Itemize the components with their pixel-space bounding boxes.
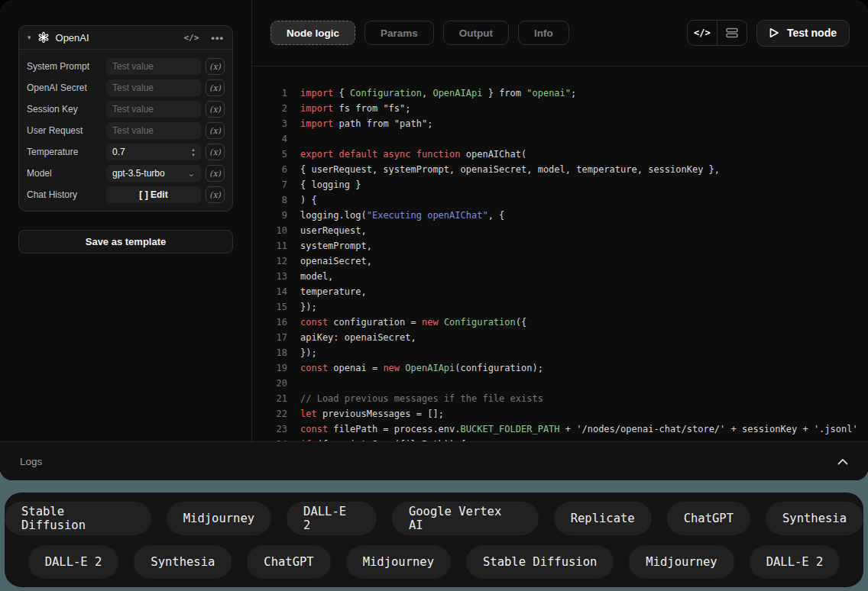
tag-pill-chatgpt[interactable]: ChatGPT [247, 545, 330, 579]
field-label: User Request [27, 125, 106, 136]
field-label: Chat History [27, 189, 106, 200]
line-number: 22 [270, 406, 287, 421]
field-input-chat-history[interactable]: [ ] Edit [106, 186, 201, 203]
node-fields: System PromptTest value(x)OpenAI SecretT… [19, 50, 232, 211]
field-input-temperature[interactable]: 0.7▲▼ [106, 144, 201, 160]
placeholder-text: Test value [112, 61, 154, 72]
chevron-down-icon: ⌄ [188, 169, 195, 179]
tag-row: DALL-E 2SynthesiaChatGPTMidjourneyStable… [5, 545, 863, 579]
variable-badge[interactable]: (x) [206, 101, 225, 118]
line-number: 5 [270, 147, 287, 162]
tag-pill-midjourney[interactable]: Midjourney [167, 502, 271, 535]
integration-tags-panel: Stable DiffusionMidjourneyDALL-E 2Google… [5, 492, 863, 587]
tab-node-logic[interactable]: Node logic [270, 21, 355, 45]
code-line: 23const filePath = process.env.BUCKET_FO… [270, 421, 868, 437]
collapse-caret-icon[interactable]: ▾ [28, 34, 31, 41]
test-node-label: Test node [787, 27, 837, 39]
code-line: 9logging.log("Executing openAIChat", { [270, 208, 868, 223]
field-row: Session KeyTest value(x) [27, 101, 225, 118]
code-line: 7{ logging } [270, 177, 868, 192]
test-node-button[interactable]: Test node [756, 20, 850, 47]
variable-badge[interactable]: (x) [206, 186, 225, 203]
code-line: 15}); [270, 299, 868, 315]
code-line: 17apiKey: openaiSecret, [270, 330, 868, 345]
field-input-session-key[interactable]: Test value [106, 101, 201, 118]
tag-pill-dall-e-2[interactable]: DALL-E 2 [28, 545, 119, 579]
field-row: Modelgpt-3.5-turbo⌄(x) [27, 165, 225, 182]
tab-output[interactable]: Output [443, 21, 509, 45]
code-line: 2import fs from "fs"; [270, 101, 868, 116]
save-as-template-button[interactable]: Save as template [18, 230, 233, 254]
placeholder-text: Test value [112, 125, 154, 136]
tag-pill-synthesia[interactable]: Synthesia [134, 545, 232, 579]
chevron-up-icon[interactable] [837, 458, 848, 465]
line-number: 11 [270, 238, 287, 254]
field-value: gpt-3.5-turbo [112, 168, 165, 179]
main-area: Node logicParamsOutputInfo </> [252, 0, 868, 441]
field-value: 0.7 [112, 147, 125, 157]
line-number: 1 [270, 86, 287, 101]
placeholder-text: Test value [112, 82, 154, 93]
variable-badge[interactable]: (x) [206, 122, 225, 139]
line-number: 21 [270, 391, 287, 406]
tab-params[interactable]: Params [364, 21, 434, 45]
node-card-header: ▾ OpenAI </> ••• [19, 26, 232, 50]
field-input-system-prompt[interactable]: Test value [106, 58, 201, 75]
code-line: 19const openai = new OpenAIApi(configura… [270, 360, 868, 376]
tag-pill-replicate[interactable]: Replicate [554, 502, 652, 535]
tag-pill-midjourney[interactable]: Midjourney [346, 545, 451, 579]
tag-pill-dall-e-2[interactable]: DALL-E 2 [750, 545, 840, 579]
list-view-toggle[interactable] [717, 21, 747, 45]
line-number: 19 [270, 360, 287, 376]
field-input-user-request[interactable]: Test value [106, 122, 201, 139]
tag-pill-synthesia[interactable]: Synthesia [766, 502, 863, 535]
tag-pill-chatgpt[interactable]: ChatGPT [667, 502, 750, 535]
stepper-icon[interactable]: ▲▼ [191, 144, 196, 160]
variable-badge[interactable]: (x) [206, 144, 225, 160]
code-line: 24if (fs.existsSync(filePath)) { [270, 437, 868, 441]
logs-bar[interactable]: Logs [0, 441, 868, 480]
field-input-openai-secret[interactable]: Test value [106, 79, 201, 96]
field-label: Model [27, 168, 106, 179]
variable-badge[interactable]: (x) [206, 58, 225, 75]
line-number: 23 [270, 421, 287, 437]
tag-pill-google-vertex-ai[interactable]: Google Vertex AI [392, 502, 539, 535]
tag-pill-midjourney[interactable]: Midjourney [629, 545, 734, 579]
code-view-icon[interactable]: </> [183, 33, 199, 43]
openai-logo-icon [37, 31, 50, 44]
field-row: System PromptTest value(x) [27, 58, 225, 75]
line-number: 9 [270, 208, 287, 223]
field-row: Chat History[ ] Edit(x) [27, 186, 225, 203]
editor-window: ▾ OpenAI </> ••• [0, 0, 868, 480]
variable-badge[interactable]: (x) [206, 79, 225, 96]
tab-bar: Node logicParamsOutputInfo [270, 21, 569, 45]
edit-button-label: [ ] Edit [112, 189, 195, 200]
editor-toolbar: Node logicParamsOutputInfo </> [252, 0, 868, 66]
tag-pill-dall-e-2[interactable]: DALL-E 2 [287, 502, 377, 535]
code-line: 6{ userRequest, systemPrompt, openaiSecr… [270, 162, 868, 177]
code-editor[interactable]: 1import { Configuration, OpenAIApi } fro… [252, 66, 868, 441]
code-line: 18}); [270, 345, 868, 360]
field-label: OpenAI Secret [27, 82, 106, 93]
variable-badge[interactable]: (x) [206, 165, 225, 182]
code-view-toggle[interactable]: </> [688, 21, 717, 45]
line-number: 17 [270, 330, 287, 345]
tag-pill-stable-diffusion[interactable]: Stable Diffusion [5, 502, 151, 535]
field-row: OpenAI SecretTest value(x) [27, 79, 225, 96]
line-number: 13 [270, 269, 287, 284]
tag-row: Stable DiffusionMidjourneyDALL-E 2Google… [5, 502, 863, 535]
code-line: 13model, [270, 269, 868, 284]
more-options-icon[interactable]: ••• [211, 32, 224, 44]
line-number: 24 [270, 437, 287, 441]
tab-info[interactable]: Info [518, 21, 569, 45]
code-line: 8) { [270, 192, 868, 208]
line-number: 10 [270, 223, 287, 238]
line-number: 6 [270, 162, 287, 177]
line-number: 16 [270, 315, 287, 330]
tag-pill-stable-diffusion[interactable]: Stable Diffusion [466, 545, 614, 579]
field-input-model[interactable]: gpt-3.5-turbo⌄ [106, 165, 201, 182]
line-number: 15 [270, 299, 287, 315]
line-number: 2 [270, 101, 287, 116]
line-number: 18 [270, 345, 287, 360]
code-line: 14temperature, [270, 284, 868, 299]
